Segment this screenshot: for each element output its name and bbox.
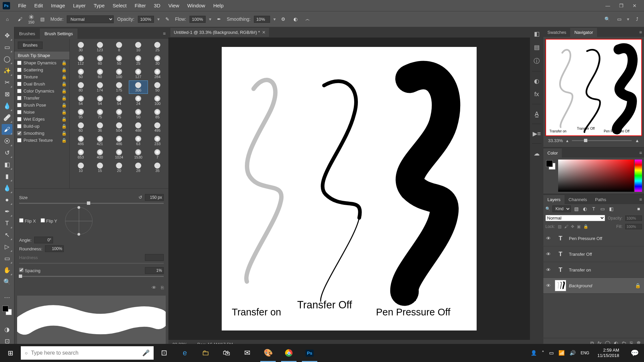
history-panel-icon[interactable]: ◧ <box>534 30 540 38</box>
menu-view[interactable]: View <box>164 1 183 10</box>
layers-menu-icon[interactable]: ≡ <box>637 195 644 204</box>
smoothing-dropdown-icon[interactable]: ▾ <box>273 16 276 22</box>
brush-thumb[interactable]: 54 <box>90 94 109 107</box>
visibility-icon[interactable]: 👁 <box>545 267 552 273</box>
new-preset-icon[interactable]: ⎘ <box>161 285 164 290</box>
panel-menu-icon[interactable]: ≡ <box>160 28 168 39</box>
filter-type-icon[interactable]: T <box>590 205 597 212</box>
layer-name[interactable]: Background <box>569 283 632 288</box>
properties-panel-icon[interactable]: ▤ <box>534 44 540 51</box>
lock-icon[interactable]: 🔒 <box>61 124 67 129</box>
quick-select-tool[interactable]: ✨ <box>2 65 12 76</box>
lock-position-icon[interactable]: ✥ <box>571 224 574 229</box>
brush-thumb[interactable]: 85 <box>148 107 167 121</box>
size-input[interactable] <box>145 194 164 201</box>
roundness-input[interactable] <box>45 245 64 252</box>
brush-thumb[interactable]: 400 <box>90 147 109 161</box>
taskbar-search[interactable]: ○ 🎤 <box>21 346 154 360</box>
flip-x-checkbox[interactable]: Flip X <box>19 218 36 224</box>
spacing-checkbox[interactable]: Spacing <box>19 268 41 273</box>
quick-mask-tool[interactable]: ◑ <box>2 324 12 335</box>
crop-tool[interactable]: ✂ <box>2 77 12 88</box>
brush-thumb[interactable]: 75 <box>90 107 109 121</box>
brush-thumb[interactable]: 306 <box>129 80 148 94</box>
brush-thumb[interactable]: 50 <box>148 80 167 94</box>
brush-option-build-up[interactable]: Build-up🔒 <box>14 123 69 130</box>
size-slider[interactable] <box>19 203 164 204</box>
history-brush-tool[interactable]: ↺ <box>2 147 12 158</box>
brush-option-wet-edges[interactable]: Wet Edges🔒 <box>14 116 69 123</box>
brush-thumb[interactable]: 486 <box>71 134 90 147</box>
brush-thumb[interactable]: 24 <box>129 94 148 107</box>
brush-thumb[interactable]: 1024 <box>109 147 128 161</box>
layer-item[interactable]: 👁TTransfer on <box>543 262 644 278</box>
navigator-tab[interactable]: Navigator <box>570 28 597 37</box>
maximize-button[interactable]: ❐ <box>614 1 628 11</box>
menu-edit[interactable]: Edit <box>30 1 47 10</box>
brush-thumb[interactable]: 495 <box>148 121 167 134</box>
blur-tool[interactable]: 💧 <box>2 183 12 193</box>
brush-option-texture[interactable]: Texture🔒 <box>14 73 69 80</box>
brush-thumb[interactable]: 50 <box>109 54 128 67</box>
brush-option-dual-brush[interactable]: Dual Brush🔒 <box>14 80 69 87</box>
brush-thumb[interactable]: 20 <box>109 161 128 174</box>
channels-tab[interactable]: Channels <box>565 195 591 204</box>
brush-thumb[interactable]: 35 <box>148 161 167 174</box>
layer-item[interactable]: 👁TPen Pressure Off <box>543 231 644 246</box>
brush-thumb[interactable]: 112 <box>71 54 90 67</box>
people-icon[interactable]: 👤 <box>531 350 537 356</box>
lock-icon[interactable]: 🔒 <box>61 60 67 65</box>
lock-icon[interactable]: 🔒 <box>61 81 67 86</box>
layer-name[interactable]: Pen Pressure Off <box>569 236 643 241</box>
brush-tool-icon[interactable]: 🖌 <box>15 14 25 24</box>
brush-thumb[interactable]: 1530 <box>129 147 148 161</box>
adjustments-panel-icon[interactable]: ◐ <box>534 77 539 85</box>
brush-option-smoothing[interactable]: Smoothing🔒 <box>14 130 69 137</box>
brush-thumb[interactable]: 653 <box>71 147 90 161</box>
brush-thumb[interactable]: 50 <box>129 107 148 121</box>
brush-option-protect-texture[interactable]: Protect Texture🔒 <box>14 137 69 144</box>
flip-y-checkbox[interactable]: Flip Y <box>41 218 57 224</box>
edge-icon[interactable]: e <box>174 344 195 362</box>
actions-panel-icon[interactable]: ▶≡ <box>533 130 541 137</box>
menu-type[interactable]: Type <box>90 1 109 10</box>
libraries-panel-icon[interactable]: ☁ <box>534 150 540 157</box>
gradient-tool[interactable]: ▮ <box>2 171 12 182</box>
angle-widget[interactable] <box>65 207 93 235</box>
brush-thumb[interactable]: 100 <box>109 67 128 80</box>
airbrush-icon[interactable]: ✒ <box>215 15 223 23</box>
volume-icon[interactable]: 🔊 <box>570 350 576 356</box>
brush-angle-icon[interactable]: ◐ <box>291 15 300 23</box>
filter-smart-icon[interactable]: ◧ <box>608 205 614 212</box>
brush-thumb[interactable]: 30 <box>148 54 167 67</box>
home-icon[interactable]: ⌂ <box>3 14 12 24</box>
menu-select[interactable]: Select <box>109 1 131 10</box>
type-tool[interactable]: T <box>2 218 12 229</box>
styles-panel-icon[interactable]: fx <box>534 91 539 98</box>
hand-tool[interactable]: ✋ <box>2 265 12 276</box>
flow-dropdown-icon[interactable]: ▾ <box>209 16 211 22</box>
layer-name[interactable]: Transfer on <box>569 267 643 273</box>
lock-pixels-icon[interactable]: 🖌 <box>564 224 568 229</box>
hue-strip[interactable] <box>635 160 642 192</box>
swatches-tab[interactable]: Swatches <box>543 28 570 37</box>
brush-thumb[interactable]: 28 <box>129 161 148 174</box>
edit-toolbar[interactable]: ⋯ <box>2 292 12 303</box>
brush-option-transfer[interactable]: Transfer🔒 <box>14 95 69 102</box>
brush-settings-tab[interactable]: Brush Settings <box>40 28 78 39</box>
paint-app-icon[interactable]: 🎨 <box>258 344 278 362</box>
canvas-viewport[interactable]: Transfer on Transfer Off Pen Pressure Of… <box>168 38 530 340</box>
filter-kind-select[interactable]: Kind <box>552 205 571 212</box>
brush-thumb[interactable]: 10 <box>129 40 148 54</box>
menu-3d[interactable]: 3D <box>150 1 164 10</box>
layer-item[interactable]: 👁TTransfer Off <box>543 246 644 262</box>
layer-opacity-input[interactable] <box>625 216 642 221</box>
color-picker[interactable] <box>545 160 642 192</box>
preview-toggle-icon[interactable]: 👁 <box>152 285 156 290</box>
eyedropper-tool[interactable]: 💧 <box>2 101 12 111</box>
brush-thumb[interactable]: 54 <box>109 94 128 107</box>
dodge-tool[interactable]: ● <box>2 194 12 205</box>
brush-thumb[interactable]: 63 <box>129 134 148 147</box>
marquee-tool[interactable]: ▭ <box>2 42 12 53</box>
smoothing-options-icon[interactable]: ⚙ <box>279 15 288 23</box>
